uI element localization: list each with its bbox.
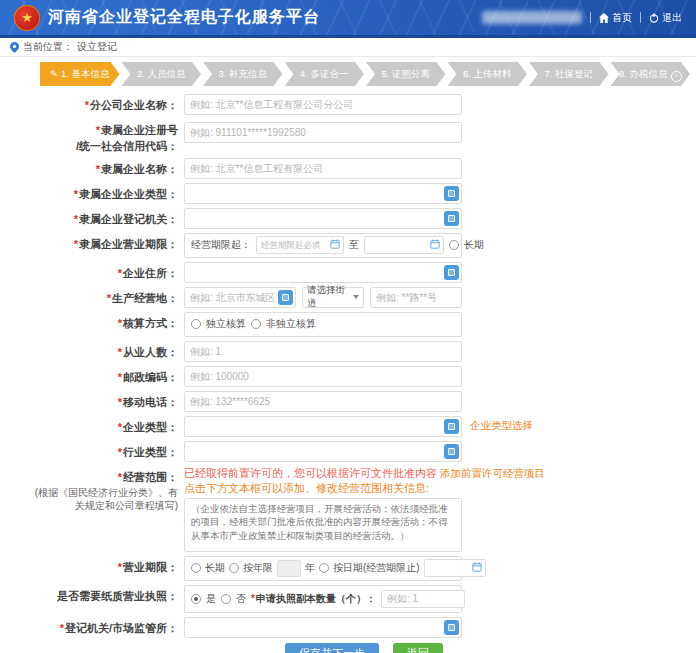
form-actions: 保存并下一步 返回: [32, 643, 696, 653]
parent-reg-authority-input[interactable]: [184, 208, 462, 229]
divider: [590, 12, 591, 23]
reg-authority-input[interactable]: [184, 617, 462, 638]
independent-accounting-radio[interactable]: [191, 319, 201, 329]
step-8-tax-info[interactable]: 8. 办税信息›: [611, 62, 691, 86]
parent-name-input[interactable]: [184, 158, 462, 179]
non-independent-accounting-radio[interactable]: [251, 319, 261, 329]
step-3-supplementary-info[interactable]: 3. 补充信息: [203, 62, 283, 86]
step-6-upload-materials[interactable]: 6. 上传材料: [448, 62, 528, 86]
postcode-input[interactable]: [184, 366, 462, 387]
company-address-input[interactable]: [184, 262, 462, 283]
select-dialog-icon[interactable]: [444, 620, 459, 635]
form-row-branch-name: *分公司企业名称：: [32, 94, 696, 115]
company-address-label: *企业住所：: [32, 262, 184, 283]
parent-type-label: *隶属企业企业类型：: [32, 183, 184, 204]
paper-license-no-radio[interactable]: [221, 594, 231, 604]
basic-info-form: *分公司企业名称： *隶属企业注册号/统一社会信用代码： *隶属企业名称： *隶…: [32, 94, 696, 653]
breadcrumb-current: 设立登记: [77, 40, 117, 54]
home-icon: [599, 13, 609, 23]
industry-type-input[interactable]: [184, 441, 462, 462]
term-start-label: 经营期限起：: [191, 238, 251, 252]
paper-license-yes-radio[interactable]: [191, 594, 201, 604]
term-longterm-radio[interactable]: [191, 563, 201, 573]
accounting-box: 独立核算 非独立核算: [184, 312, 462, 337]
company-type-input[interactable]: [184, 416, 462, 437]
home-link[interactable]: 首页: [599, 11, 632, 25]
paper-license-label: 是否需要纸质营业执照：: [32, 585, 184, 613]
form-row-parent-reg-authority: *隶属企业登记机关：: [32, 208, 696, 229]
calendar-icon[interactable]: [430, 239, 440, 251]
parent-term-longterm-radio[interactable]: [449, 240, 459, 250]
mobile-label: *移动电话：: [32, 391, 184, 412]
breadcrumb-prefix: 当前位置：: [23, 40, 73, 54]
license-copies-input[interactable]: [381, 590, 465, 608]
parent-reg-authority-label: *隶属企业登记机关：: [32, 208, 184, 229]
form-row-paper-license: 是否需要纸质营业执照： 是 否 *申请执照副本数量（个）：: [32, 585, 696, 613]
branch-name-label: *分公司企业名称：: [32, 94, 184, 115]
form-row-industry-type: *行业类型：: [32, 441, 696, 462]
term-by-date-radio[interactable]: [319, 563, 329, 573]
select-dialog-icon[interactable]: [444, 265, 459, 280]
company-type-select-link[interactable]: 企业类型选择: [470, 419, 533, 433]
paper-license-box: 是 否 *申请执照副本数量（个）：: [184, 585, 462, 613]
form-row-production-place: *生产经营地： 请选择街道: [32, 287, 696, 308]
term-to-label: 至: [349, 238, 359, 252]
mobile-input[interactable]: [184, 391, 462, 412]
industry-type-label: *行业类型：: [32, 441, 184, 462]
business-scope-sublabel: (根据《国民经济行业分类》、有关规定和公司章程填写): [32, 486, 178, 512]
business-scope-label: *经营范围：(根据《国民经济行业分类》、有关规定和公司章程填写): [32, 466, 184, 552]
form-row-postcode: *邮政编码：: [32, 366, 696, 387]
branch-name-input[interactable]: [184, 94, 462, 115]
form-row-company-address: *企业住所：: [32, 262, 696, 283]
pencil-icon: [50, 68, 61, 79]
home-label: 首页: [612, 11, 632, 25]
street-select[interactable]: 请选择街道: [302, 287, 364, 308]
breadcrumb: 当前位置： 设立登记: [0, 38, 696, 57]
parent-credit-code-label: *隶属企业注册号/统一社会信用代码：: [32, 119, 184, 154]
term-by-years-radio[interactable]: [229, 563, 239, 573]
select-dialog-icon[interactable]: [278, 290, 293, 305]
select-dialog-icon[interactable]: [444, 186, 459, 201]
back-button[interactable]: 返回: [393, 643, 443, 653]
form-row-employees: *从业人数：: [32, 341, 696, 362]
select-dialog-icon[interactable]: [444, 444, 459, 459]
term-years-input[interactable]: [277, 560, 301, 577]
chevron-down-icon: [353, 295, 359, 299]
production-road-input[interactable]: [370, 287, 462, 308]
business-scope-textarea[interactable]: （企业依法自主选择经营项目，开展经营活动；依法须经批准的项目，经相关部门批准后依…: [184, 498, 462, 552]
app-title: 河南省企业登记全程电子化服务平台: [48, 7, 320, 28]
add-pre-license-items-link[interactable]: 添加前置许可经营项目: [440, 467, 545, 479]
save-next-button[interactable]: 保存并下一步: [285, 643, 379, 653]
form-row-parent-name: *隶属企业名称：: [32, 158, 696, 179]
accounting-label: *核算方式：: [32, 312, 184, 337]
calendar-icon[interactable]: [330, 239, 340, 251]
form-row-business-scope: *经营范围：(根据《国民经济行业分类》、有关规定和公司章程填写) 已经取得前置许…: [32, 466, 696, 552]
national-emblem-logo: [14, 5, 40, 31]
select-dialog-icon[interactable]: [444, 419, 459, 434]
step-4-multi-certificate[interactable]: 4. 多证合一: [285, 62, 365, 86]
employees-label: *从业人数：: [32, 341, 184, 362]
step-1-basic-info[interactable]: 1. 基本信息: [40, 62, 120, 86]
form-row-parent-term: *隶属企业营业期限： 经营期限起： 至 长期: [32, 233, 696, 258]
form-row-parent-credit-code: *隶属企业注册号/统一社会信用代码：: [32, 119, 696, 154]
select-dialog-icon[interactable]: [444, 211, 459, 226]
parent-credit-code-input[interactable]: [184, 122, 462, 143]
parent-type-input[interactable]: [184, 183, 462, 204]
reg-authority-label: *登记机关/市场监管所：: [32, 617, 184, 638]
company-type-label: *企业类型：: [32, 416, 184, 437]
location-pin-icon: [10, 42, 19, 53]
business-term-box: 长期 按年限 年 按日期(经营期限止): [184, 556, 462, 581]
step-2-personnel-info[interactable]: 2. 人员信息: [122, 62, 202, 86]
postcode-label: *邮政编码：: [32, 366, 184, 387]
parent-name-label: *隶属企业名称：: [32, 158, 184, 179]
step-5-license-separation[interactable]: 5. 证照分离: [366, 62, 446, 86]
employees-input[interactable]: [184, 341, 462, 362]
step-7-social-security[interactable]: 7. 社保登记: [529, 62, 609, 86]
parent-term-longterm-label: 长期: [464, 238, 484, 252]
production-place-label: *生产经营地：: [32, 287, 184, 308]
form-row-company-type: *企业类型： 企业类型选择: [32, 416, 696, 437]
calendar-icon[interactable]: [472, 562, 482, 574]
divider: [640, 12, 641, 23]
logout-link[interactable]: 退出: [649, 11, 682, 25]
form-row-mobile: *移动电话：: [32, 391, 696, 412]
